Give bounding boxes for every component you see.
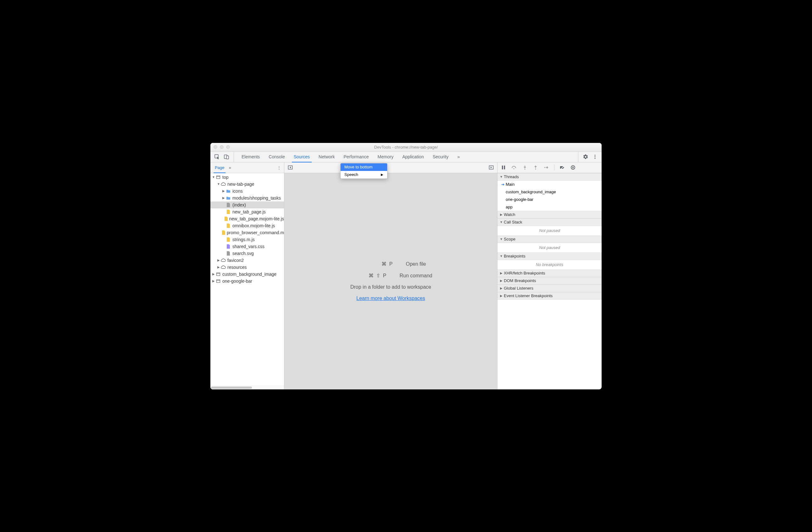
traffic-close[interactable]	[214, 145, 217, 149]
tree-item-label: icons	[232, 188, 243, 194]
tree-item[interactable]: promo_browser_command.mojom-lite.js	[211, 229, 284, 236]
twisty-icon: ▼	[499, 254, 503, 258]
thread-item[interactable]: ➔Main	[497, 181, 601, 188]
tree-item[interactable]: ▶favicon2	[211, 257, 284, 264]
run-command-hint: ⌘ ⇧ P Run command	[349, 272, 432, 279]
tree-item[interactable]: ▶custom_background_image	[211, 271, 284, 278]
section-label: Watch	[504, 212, 515, 217]
section-event-listener-breakpoints[interactable]: ▶Event Listener Breakpoints	[497, 292, 601, 300]
svg-rect-23	[573, 167, 574, 168]
tab-overflow[interactable]: »	[453, 152, 464, 162]
section-global-listeners[interactable]: ▶Global Listeners	[497, 284, 601, 292]
tree-item[interactable]: ▶icons	[211, 187, 284, 195]
menu-speech[interactable]: Speech ▶	[340, 171, 387, 179]
thread-item[interactable]: ➔one-google-bar	[497, 196, 601, 204]
horizontal-scrollbar[interactable]	[211, 386, 284, 389]
tree-item[interactable]: ▶resources	[211, 264, 284, 271]
navigator-tab-page[interactable]: Page	[212, 163, 227, 173]
debugger-sections: ▼Threads➔Main➔custom_background_image➔on…	[497, 173, 601, 389]
tree-item-label: custom_background_image	[222, 272, 276, 277]
tab-performance[interactable]: Performance	[339, 152, 373, 162]
section-label: Breakpoints	[504, 254, 525, 258]
twisty-icon: ▶	[499, 279, 503, 282]
traffic-minimize[interactable]	[220, 145, 223, 149]
twisty-icon: ▶	[212, 279, 215, 283]
section-label: XHR/fetch Breakpoints	[504, 271, 545, 276]
hide-navigator-icon[interactable]	[287, 164, 294, 171]
tree-item[interactable]: shared_vars.css	[211, 243, 284, 250]
tree-item-label: modules/shopping_tasks	[232, 195, 281, 200]
traffic-zoom[interactable]	[226, 145, 230, 149]
tree-item[interactable]: ▼top	[211, 174, 284, 181]
tree-item[interactable]: ▶modules/shopping_tasks	[211, 195, 284, 201]
tab-network[interactable]: Network	[314, 152, 339, 162]
menu-move-to-bottom[interactable]: Move to bottom	[340, 163, 387, 171]
debugger-pane: ▼Threads➔Main➔custom_background_image➔on…	[497, 163, 601, 389]
twisty-icon: ▼	[499, 237, 503, 241]
section-threads[interactable]: ▼Threads	[497, 173, 601, 181]
svg-point-5	[594, 158, 595, 159]
tree-item[interactable]: search.svg	[211, 250, 284, 257]
frame-icon	[215, 279, 221, 283]
thread-item[interactable]: ➔custom_background_image	[497, 188, 601, 196]
scope-placeholder: Not paused	[497, 243, 601, 252]
section-dom-breakpoints[interactable]: ▶DOM Breakpoints	[497, 277, 601, 284]
step-into-icon[interactable]	[521, 164, 528, 171]
tree-item[interactable]: strings.m.js	[211, 236, 284, 243]
step-over-icon[interactable]	[511, 164, 518, 171]
tree-item-label: resources	[227, 265, 247, 270]
device-toggle-icon[interactable]	[222, 153, 231, 161]
window-title: DevTools - chrome://new-tab-page/	[211, 145, 601, 150]
pause-on-exceptions-icon[interactable]	[569, 164, 577, 171]
cloud-icon	[220, 258, 226, 262]
section-scope[interactable]: ▼Scope	[497, 236, 601, 243]
twisty-icon: ▼	[217, 182, 220, 186]
section-breakpoints[interactable]: ▼Breakpoints	[497, 252, 601, 260]
settings-icon[interactable]	[581, 153, 590, 161]
tab-sources[interactable]: Sources	[289, 152, 314, 162]
tree-item[interactable]: ▶one-google-bar	[211, 278, 284, 284]
tree-item[interactable]: new_tab_page.mojom-lite.js	[211, 215, 284, 222]
file-css-icon	[226, 244, 231, 249]
tab-memory[interactable]: Memory	[373, 152, 398, 162]
editor-toolbar	[284, 163, 497, 173]
tree-item[interactable]: ▼new-tab-page	[211, 181, 284, 187]
scrollbar-thumb[interactable]	[211, 387, 252, 389]
file-gray-icon	[226, 251, 231, 256]
section-label: Call Stack	[504, 220, 522, 224]
section-call-stack[interactable]: ▼Call Stack	[497, 219, 601, 226]
svg-rect-22	[572, 167, 573, 168]
thread-item[interactable]: ➔app	[497, 204, 601, 211]
workspaces-learn-link[interactable]: Learn more about Workspaces	[356, 296, 425, 301]
section-watch[interactable]: ▶Watch	[497, 211, 601, 219]
section-xhr-breakpoints[interactable]: ▶XHR/fetch Breakpoints	[497, 269, 601, 277]
twisty-icon: ▶	[499, 286, 503, 290]
tree-item[interactable]: new_tab_page.js	[211, 208, 284, 215]
tab-security[interactable]: Security	[428, 152, 453, 162]
inspect-icon[interactable]	[213, 153, 221, 161]
hide-debugger-icon[interactable]	[488, 164, 495, 171]
tree-item[interactable]: (index)	[211, 201, 284, 208]
svg-point-18	[535, 169, 536, 170]
folder-icon	[226, 189, 231, 193]
pause-icon[interactable]	[500, 164, 507, 171]
file-tree: ▼top▼new-tab-page▶icons▶modules/shopping…	[211, 173, 284, 386]
navigator-more-icon[interactable]: ⋮	[276, 165, 282, 170]
run-command-keys: ⌘ ⇧ P	[349, 272, 387, 279]
kebab-menu-icon[interactable]	[591, 153, 599, 161]
svg-point-17	[525, 169, 525, 170]
tab-console[interactable]: Console	[264, 152, 289, 162]
tab-application[interactable]: Application	[398, 152, 428, 162]
step-icon[interactable]	[543, 164, 550, 171]
frame-icon	[215, 175, 221, 179]
breakpoints-placeholder: No breakpoints	[497, 260, 601, 269]
editor-placeholder: ⌘ P Open file ⌘ ⇧ P Run command Drop in …	[284, 173, 497, 389]
svg-rect-14	[502, 166, 503, 169]
step-out-icon[interactable]	[532, 164, 539, 171]
tab-elements[interactable]: Elements	[237, 152, 264, 162]
deactivate-breakpoints-icon[interactable]	[559, 164, 566, 171]
submenu-arrow-icon: ▶	[381, 173, 383, 176]
twisty-icon: ▶	[499, 294, 503, 297]
navigator-overflow[interactable]: »	[229, 165, 231, 170]
tree-item[interactable]: omnibox.mojom-lite.js	[211, 222, 284, 229]
